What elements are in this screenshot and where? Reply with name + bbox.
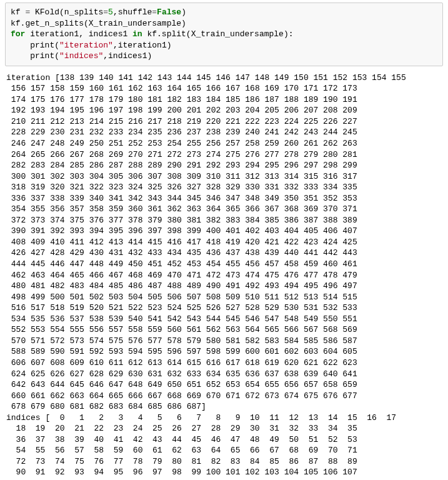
code-op: =: [152, 8, 157, 17]
code-cell[interactable]: kf = KFold(n_splits=5,shuffle=False) kf.…: [5, 2, 443, 66]
code-text: KFold: [35, 8, 59, 17]
code-text: (n_splits: [59, 8, 103, 17]
code-text: kf.get_n_splits(X_train_undersample): [11, 19, 186, 28]
code-keyword: for: [11, 29, 25, 39]
code-text: iteration1, indices1: [25, 29, 132, 39]
output-cell: iteration [138 139 140 141 142 143 144 1…: [5, 72, 443, 480]
code-text: kf: [11, 8, 25, 17]
code-op: =: [103, 8, 108, 17]
code-number: 5: [108, 8, 113, 17]
code-keyword: False: [157, 8, 181, 17]
code-op: =: [25, 8, 35, 17]
code-func: print: [30, 41, 54, 50]
code-text: ,shuffle: [113, 8, 152, 17]
code-func: print: [30, 51, 54, 61]
code-string: "iteration": [59, 41, 113, 50]
code-indent: [11, 51, 30, 61]
code-text: (: [54, 51, 59, 61]
code-text: kf.split(X_train_undersample):: [142, 29, 294, 39]
code-indent: [11, 41, 30, 50]
notebook-container: kf = KFold(n_splits=5,shuffle=False) kf.…: [0, 0, 448, 480]
output-iteration: iteration [138 139 140 141 142 143 144 1…: [6, 73, 406, 411]
code-text: (: [54, 41, 59, 50]
code-text: ,indices1): [103, 51, 152, 61]
code-text: ,iteration1): [113, 41, 172, 50]
code-keyword: in: [132, 29, 142, 39]
code-text: ): [181, 8, 186, 17]
code-string: "indices": [59, 51, 103, 61]
output-indices: indices [ 0 1 2 3 4 5 6 7 8 9 10 11 12 1…: [6, 413, 396, 480]
